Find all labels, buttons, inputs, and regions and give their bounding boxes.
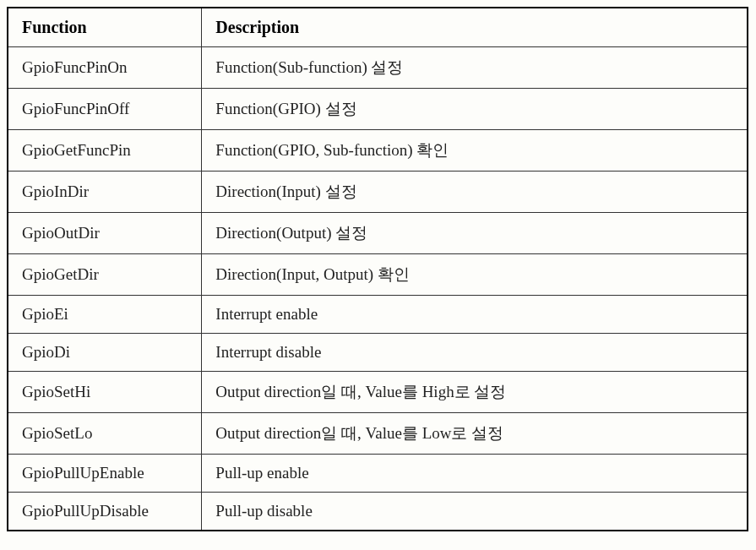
cell-description: Direction(Input) 설정 bbox=[202, 172, 748, 213]
header-function: Function bbox=[8, 8, 202, 47]
cell-function: GpioSetLo bbox=[8, 413, 202, 455]
cell-description: Function(Sub-function) 설정 bbox=[202, 47, 748, 89]
table-header-row: Function Description bbox=[8, 8, 748, 47]
cell-description: Function(GPIO, Sub-function) 확인 bbox=[202, 130, 748, 172]
table-row: GpioGetDir Direction(Input, Output) 확인 bbox=[8, 254, 748, 296]
cell-description: Pull-up enable bbox=[202, 455, 748, 493]
cell-description: Direction(Input, Output) 확인 bbox=[202, 254, 748, 296]
table-row: GpioInDir Direction(Input) 설정 bbox=[8, 172, 748, 213]
table-row: GpioOutDir Direction(Output) 설정 bbox=[8, 213, 748, 254]
cell-description: Output direction일 때, Value를 High로 설정 bbox=[202, 372, 748, 413]
cell-function: GpioGetDir bbox=[8, 254, 202, 296]
gpio-function-table: Function Description GpioFuncPinOn Funct… bbox=[7, 7, 748, 531]
table-row: GpioSetLo Output direction일 때, Value를 Lo… bbox=[8, 413, 748, 455]
table-row: GpioSetHi Output direction일 때, Value를 Hi… bbox=[8, 372, 748, 413]
header-description: Description bbox=[202, 8, 748, 47]
cell-description: Pull-up disable bbox=[202, 493, 748, 531]
table-row: GpioFuncPinOff Function(GPIO) 설정 bbox=[8, 89, 748, 130]
cell-description: Output direction일 때, Value를 Low로 설정 bbox=[202, 413, 748, 455]
cell-function: GpioPullUpEnable bbox=[8, 455, 202, 493]
cell-function: GpioDi bbox=[8, 334, 202, 372]
table-row: GpioGetFuncPin Function(GPIO, Sub-functi… bbox=[8, 130, 748, 172]
table-row: GpioPullUpDisable Pull-up disable bbox=[8, 493, 748, 531]
cell-function: GpioFuncPinOff bbox=[8, 89, 202, 130]
cell-function: GpioOutDir bbox=[8, 213, 202, 254]
cell-function: GpioPullUpDisable bbox=[8, 493, 202, 531]
cell-description: Direction(Output) 설정 bbox=[202, 213, 748, 254]
cell-function: GpioEi bbox=[8, 296, 202, 334]
table-row: GpioDi Interrupt disable bbox=[8, 334, 748, 372]
cell-description: Interrupt enable bbox=[202, 296, 748, 334]
table-row: GpioPullUpEnable Pull-up enable bbox=[8, 455, 748, 493]
cell-description: Interrupt disable bbox=[202, 334, 748, 372]
table-row: GpioFuncPinOn Function(Sub-function) 설정 bbox=[8, 47, 748, 89]
cell-description: Function(GPIO) 설정 bbox=[202, 89, 748, 130]
table-row: GpioEi Interrupt enable bbox=[8, 296, 748, 334]
cell-function: GpioFuncPinOn bbox=[8, 47, 202, 89]
cell-function: GpioInDir bbox=[8, 172, 202, 213]
cell-function: GpioGetFuncPin bbox=[8, 130, 202, 172]
cell-function: GpioSetHi bbox=[8, 372, 202, 413]
